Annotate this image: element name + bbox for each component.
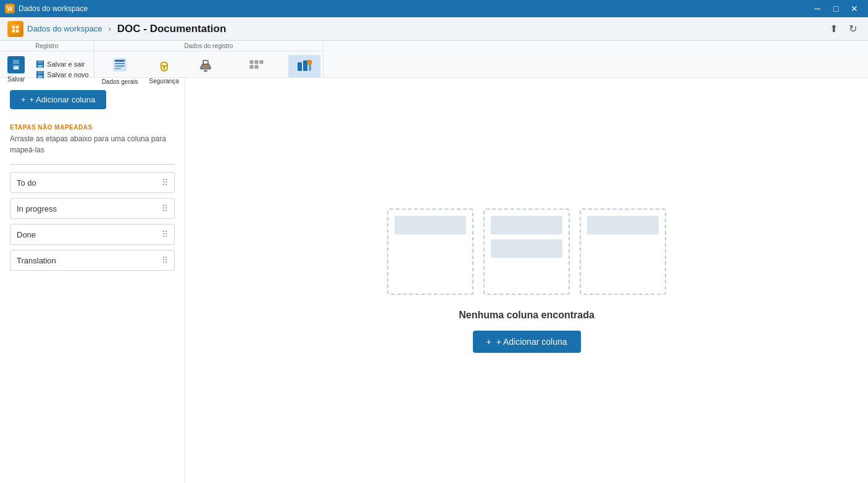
svg-rect-3	[12, 30, 15, 32]
unmapped-title: ETAPAS NÃO MAPEADAS	[10, 124, 175, 131]
maximize-button[interactable]: □	[827, 0, 845, 17]
toolbar-dados-registro-group: Dados do registro Dados gerais	[94, 41, 324, 77]
breadcrumb-workspace[interactable]: Dados do workspace	[27, 24, 102, 33]
colunas-icon: !	[296, 57, 313, 76]
svg-rect-8	[14, 67, 18, 69]
breadcrumb-up-button[interactable]: ⬆	[826, 22, 841, 36]
unmapped-divider	[10, 164, 175, 165]
svg-rect-10	[38, 60, 43, 64]
empty-columns-illustration	[387, 208, 666, 295]
svg-rect-31	[298, 62, 302, 71]
add-column-button-left[interactable]: + + Adicionar coluna	[10, 90, 106, 109]
svg-text:!: !	[309, 61, 310, 65]
window-controls: ─ □ ✕	[809, 0, 863, 17]
empty-card-2-2	[491, 239, 562, 258]
save-exit-label: Salvar e sair	[47, 60, 85, 68]
empty-state-title: Nenhuma coluna encontrada	[459, 310, 595, 321]
unmapped-section: ETAPAS NÃO MAPEADAS Arraste as etapas ab…	[10, 124, 175, 271]
add-column-label: + Adicionar coluna	[30, 95, 96, 104]
save-and-exit-button[interactable]: Salvar e sair	[33, 59, 91, 69]
left-panel: + + Adicionar coluna ETAPAS NÃO MAPEADAS…	[0, 78, 185, 483]
svg-rect-28	[260, 60, 263, 64]
svg-rect-30	[255, 65, 258, 68]
title-bar: W Dados do workspace ─ □ ✕	[0, 0, 868, 17]
dados-registro-label: Dados do registro	[94, 41, 323, 51]
registro-label: Registro	[0, 41, 94, 51]
svg-rect-19	[115, 68, 121, 69]
breadcrumb-separator: ›	[108, 24, 111, 33]
toolbar: Registro Salvar	[0, 41, 868, 78]
main-content: + + Adicionar coluna ETAPAS NÃO MAPEADAS…	[0, 78, 868, 483]
svg-rect-32	[303, 60, 307, 71]
stage-todo-label: To do	[17, 178, 36, 188]
save-icon	[7, 56, 25, 73]
empty-col-2	[483, 208, 570, 295]
save-exit-icon	[36, 60, 44, 68]
svg-rect-1	[12, 26, 15, 28]
minimize-button[interactable]: ─	[809, 0, 826, 17]
fluxo-atividade-icon	[248, 57, 265, 76]
dados-gerais-icon	[111, 56, 128, 77]
empty-card-3-1	[587, 216, 659, 234]
close-button[interactable]: ✕	[846, 0, 863, 17]
svg-rect-16	[115, 60, 125, 62]
svg-rect-29	[250, 65, 253, 68]
svg-rect-2	[16, 26, 19, 28]
breadcrumb-doc-title: DOC - Documentation	[117, 23, 227, 35]
breadcrumb-refresh-button[interactable]: ↻	[845, 22, 861, 36]
svg-rect-26	[250, 60, 253, 64]
add-column-button-center[interactable]: + + Adicionar coluna	[473, 331, 581, 353]
svg-rect-18	[115, 65, 125, 67]
empty-col-1	[387, 208, 474, 295]
svg-point-21	[163, 66, 165, 68]
seguranca-icon	[156, 57, 173, 76]
unmapped-desc: Arraste as etapas abaixo para uma coluna…	[10, 133, 175, 155]
stage-translation-label: Translation	[17, 256, 56, 265]
stage-inprogress-label: In progress	[17, 204, 57, 213]
notificacao-icon	[197, 57, 214, 76]
empty-col-3	[580, 208, 666, 295]
drag-icon-inprogress: ⠿	[162, 204, 168, 213]
svg-rect-24	[204, 70, 207, 72]
svg-rect-17	[115, 63, 125, 64]
stage-item-done[interactable]: Done ⠿	[10, 224, 175, 245]
workspace-icon	[7, 21, 23, 37]
right-panel: Nenhuma coluna encontrada + + Adicionar …	[185, 78, 868, 483]
svg-rect-6	[13, 60, 19, 64]
app-icon: W	[5, 4, 15, 14]
drag-icon-translation: ⠿	[162, 255, 168, 265]
breadcrumb-bar: Dados do workspace › DOC - Documentation…	[0, 17, 868, 41]
svg-rect-27	[255, 60, 258, 64]
stage-done-label: Done	[17, 230, 36, 239]
stage-item-translation[interactable]: Translation ⠿	[10, 250, 175, 271]
empty-card-1-1	[394, 216, 466, 234]
empty-card-2-1	[491, 216, 562, 234]
svg-rect-23	[203, 60, 208, 64]
save-submenu: Salvar e sair Salvar e novo	[31, 59, 91, 80]
center-add-label: + Adicionar coluna	[496, 337, 567, 347]
svg-rect-13	[38, 71, 43, 74]
plus-icon: +	[21, 95, 26, 104]
svg-point-20	[161, 62, 167, 66]
svg-rect-4	[16, 30, 19, 32]
drag-icon-done: ⠿	[162, 229, 168, 239]
stage-item-todo[interactable]: To do ⠿	[10, 172, 175, 193]
title-bar-app-name: Dados do workspace	[19, 4, 88, 13]
svg-rect-11	[38, 65, 43, 68]
center-plus-icon: +	[486, 337, 491, 347]
stage-item-in-progress[interactable]: In progress ⠿	[10, 198, 175, 219]
drag-icon-todo: ⠿	[162, 178, 168, 188]
svg-point-25	[204, 65, 207, 67]
toolbar-registro-group: Registro Salvar	[0, 41, 94, 77]
